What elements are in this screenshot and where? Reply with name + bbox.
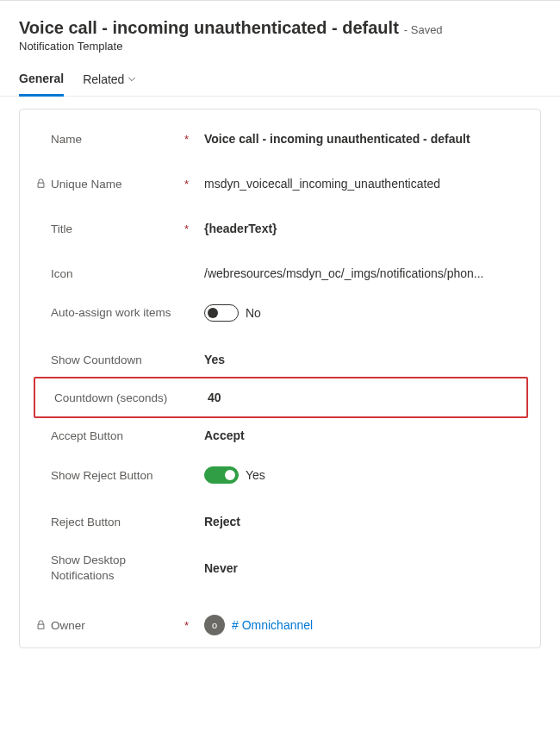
field-show-reject-label: Show Reject Button <box>51 469 175 482</box>
show-reject-toggle[interactable] <box>204 466 239 484</box>
toggle-knob <box>225 470 235 480</box>
field-accept-button: Accept Button Accept <box>32 428 528 442</box>
field-icon-label: Icon <box>51 267 175 280</box>
lock-icon <box>36 178 46 189</box>
field-auto-assign-label: Auto-assign work items <box>51 305 175 321</box>
field-name: Name * Voice call - incoming unauthentic… <box>32 132 528 146</box>
field-name-label: Name <box>51 133 175 146</box>
field-owner-label-cell: Owner * <box>32 619 194 632</box>
toggle-knob <box>208 308 218 318</box>
field-accept-button-value[interactable]: Accept <box>194 428 528 442</box>
field-accept-button-label-cell: Accept Button <box>32 429 194 442</box>
field-name-label-cell: Name * <box>32 133 194 146</box>
page-container: Voice call - incoming unauthenticated - … <box>0 0 560 666</box>
field-reject-button-value[interactable]: Reject <box>194 515 528 528</box>
required-indicator: * <box>180 619 189 632</box>
field-countdown-seconds-value[interactable]: 40 <box>197 391 526 404</box>
field-unique-name-label-cell: Unique Name * <box>32 178 194 191</box>
field-countdown-seconds-label-cell: Countdown (seconds) <box>35 391 197 404</box>
field-reject-button-label-cell: Reject Button <box>32 516 194 528</box>
tab-general-label: General <box>19 72 64 85</box>
field-unique-name: Unique Name * msdyn_voicecall_incoming_u… <box>32 177 528 191</box>
field-icon: Icon /webresources/msdyn_oc/_imgs/notifi… <box>32 266 528 280</box>
form-card: Name * Voice call - incoming unauthentic… <box>19 109 541 648</box>
page-header: Voice call - incoming unauthenticated - … <box>19 18 541 53</box>
field-owner-value: o # Omnichannel <box>194 615 528 635</box>
field-show-countdown: Show Countdown Yes <box>32 353 528 366</box>
field-countdown-seconds-label: Countdown (seconds) <box>54 391 178 404</box>
page-subtitle: Notification Template <box>19 40 541 53</box>
field-unique-name-value: msdyn_voicecall_incoming_unauthenticated <box>194 177 528 191</box>
field-show-desktop: Show Desktop Notifications Never <box>32 553 528 584</box>
field-reject-button-label: Reject Button <box>51 516 175 528</box>
field-title: Title * {headerText} <box>32 222 528 235</box>
field-show-countdown-value[interactable]: Yes <box>194 353 528 366</box>
field-owner-label: Owner <box>51 619 175 632</box>
field-name-value[interactable]: Voice call - incoming unauthenticated - … <box>194 132 528 146</box>
field-accept-button-label: Accept Button <box>51 429 175 442</box>
show-reject-toggle-label: Yes <box>246 468 265 482</box>
field-show-reject: Show Reject Button Yes <box>32 466 528 484</box>
auto-assign-toggle[interactable] <box>204 304 239 322</box>
field-icon-label-cell: Icon <box>32 267 194 280</box>
tab-bar: General Related <box>0 72 560 97</box>
field-show-countdown-label-cell: Show Countdown <box>32 353 194 366</box>
field-owner: Owner * o # Omnichannel <box>32 615 528 635</box>
field-auto-assign: Auto-assign work items No <box>32 304 528 322</box>
field-auto-assign-value: No <box>194 304 528 322</box>
field-auto-assign-label-cell: Auto-assign work items <box>32 305 194 321</box>
tab-general[interactable]: General <box>19 72 64 97</box>
required-indicator: * <box>180 222 189 235</box>
required-indicator: * <box>180 133 189 146</box>
field-show-desktop-value[interactable]: Never <box>194 561 528 575</box>
field-reject-button: Reject Button Reject <box>32 515 528 528</box>
field-show-reject-label-cell: Show Reject Button <box>32 469 194 482</box>
field-show-desktop-label-cell: Show Desktop Notifications <box>32 553 194 584</box>
field-countdown-seconds: Countdown (seconds) 40 <box>35 391 526 404</box>
required-indicator: * <box>180 178 189 191</box>
tab-related[interactable]: Related <box>83 72 136 96</box>
countdown-highlight: Countdown (seconds) 40 <box>34 377 528 418</box>
field-show-countdown-label: Show Countdown <box>51 353 175 366</box>
field-unique-name-label: Unique Name <box>51 178 175 191</box>
field-title-label: Title <box>51 222 175 235</box>
field-show-reject-value: Yes <box>194 466 528 484</box>
title-row: Voice call - incoming unauthenticated - … <box>19 18 541 38</box>
lock-icon <box>36 620 46 630</box>
page-title: Voice call - incoming unauthenticated - … <box>19 18 399 38</box>
owner-avatar: o <box>204 615 225 635</box>
save-status: - Saved <box>404 23 443 36</box>
tab-related-label: Related <box>83 72 124 86</box>
owner-link[interactable]: # Omnichannel <box>232 618 313 632</box>
field-icon-value[interactable]: /webresources/msdyn_oc/_imgs/notificatio… <box>194 266 528 280</box>
field-title-value[interactable]: {headerText} <box>194 222 528 235</box>
field-title-label-cell: Title * <box>32 222 194 235</box>
field-show-desktop-label: Show Desktop Notifications <box>51 553 175 584</box>
chevron-down-icon <box>128 75 136 84</box>
auto-assign-toggle-label: No <box>246 306 261 320</box>
